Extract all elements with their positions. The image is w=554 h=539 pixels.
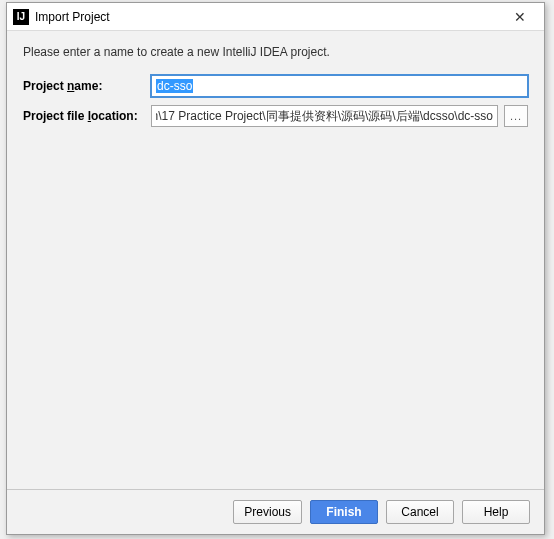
project-name-input[interactable]: dc-sso: [151, 75, 528, 97]
browse-button[interactable]: ...: [504, 105, 528, 127]
project-name-row: Project name: dc-sso: [23, 75, 528, 97]
close-icon: ✕: [514, 9, 526, 25]
close-button[interactable]: ✕: [500, 4, 540, 30]
project-name-value: dc-sso: [156, 79, 193, 93]
app-icon: IJ: [13, 9, 29, 25]
previous-button[interactable]: Previous: [233, 500, 302, 524]
finish-button[interactable]: Finish: [310, 500, 378, 524]
project-location-row: Project file location: ...: [23, 105, 528, 127]
help-button[interactable]: Help: [462, 500, 530, 524]
titlebar: IJ Import Project ✕: [7, 3, 544, 31]
project-location-input[interactable]: [151, 105, 498, 127]
project-name-label: Project name:: [23, 79, 151, 93]
project-location-label: Project file location:: [23, 109, 151, 123]
window-title: Import Project: [35, 10, 500, 24]
ellipsis-icon: ...: [510, 110, 522, 122]
dialog-content: Please enter a name to create a new Inte…: [7, 31, 544, 489]
instruction-text: Please enter a name to create a new Inte…: [23, 45, 528, 59]
dialog-footer: Previous Finish Cancel Help: [7, 489, 544, 534]
cancel-button[interactable]: Cancel: [386, 500, 454, 524]
import-project-dialog: IJ Import Project ✕ Please enter a name …: [6, 2, 545, 535]
